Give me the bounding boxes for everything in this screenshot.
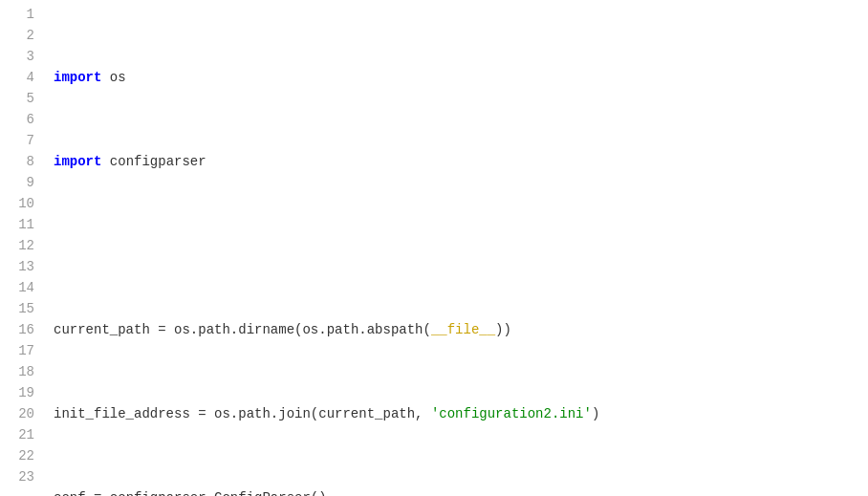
code-line-4: current_path = os.path.dirname(os.path.a…: [54, 319, 860, 340]
line-num-20: 20: [8, 403, 34, 424]
line-num-9: 9: [8, 172, 34, 193]
func-os-path-join: os.path.join(current_path,: [214, 406, 431, 421]
line-num-2: 2: [8, 25, 34, 46]
var-conf: conf: [54, 490, 86, 496]
line-num-19: 19: [8, 382, 34, 403]
line-num-4: 4: [8, 67, 34, 88]
line-num-5: 5: [8, 88, 34, 109]
keyword-import-1: import: [54, 70, 101, 85]
keyword-import-2: import: [54, 154, 101, 169]
var-current-path: current_path: [54, 322, 150, 337]
line-num-8: 8: [8, 151, 34, 172]
line-num-15: 15: [8, 298, 34, 319]
line-num-6: 6: [8, 109, 34, 130]
line-num-7: 7: [8, 130, 34, 151]
line-num-17: 17: [8, 340, 34, 361]
line-num-1: 1: [8, 4, 34, 25]
code-area: 1 2 3 4 5 6 7 8 9 10 11 12 13 14 15 16 1…: [0, 0, 868, 496]
func-os-path-dirname: os.path.dirname(os.path.abspath(__file__…: [174, 322, 511, 337]
line-num-23: 23: [8, 466, 34, 487]
func-configparser: configparser.ConfigParser(): [110, 490, 327, 496]
line-num-16: 16: [8, 319, 34, 340]
line-num-11: 11: [8, 214, 34, 235]
var-init-file: init_file_address: [54, 406, 190, 421]
paren-close-5: ): [592, 406, 599, 421]
code-line-6: conf = configparser.ConfigParser(): [54, 487, 860, 496]
line-num-14: 14: [8, 277, 34, 298]
code-editor: 1 2 3 4 5 6 7 8 9 10 11 12 13 14 15 16 1…: [0, 0, 868, 496]
module-os: os: [110, 70, 126, 85]
code-line-3: [54, 235, 860, 256]
line-num-18: 18: [8, 361, 34, 382]
line-num-22: 22: [8, 445, 34, 466]
code-line-5: init_file_address = os.path.join(current…: [54, 403, 860, 424]
str-config2: 'configuration2.ini': [431, 406, 592, 421]
line-numbers: 1 2 3 4 5 6 7 8 9 10 11 12 13 14 15 16 1…: [0, 0, 42, 496]
module-configparser: configparser: [110, 154, 206, 169]
code-line-1: import os: [54, 67, 860, 88]
code-content: import os import configparser current_pa…: [42, 0, 868, 496]
line-num-21: 21: [8, 424, 34, 445]
line-num-3: 3: [8, 46, 34, 67]
editor-wrapper: 1 2 3 4 5 6 7 8 9 10 11 12 13 14 15 16 1…: [0, 0, 868, 496]
code-line-2: import configparser: [54, 151, 860, 172]
line-num-10: 10: [8, 193, 34, 214]
line-num-13: 13: [8, 256, 34, 277]
line-num-12: 12: [8, 235, 34, 256]
